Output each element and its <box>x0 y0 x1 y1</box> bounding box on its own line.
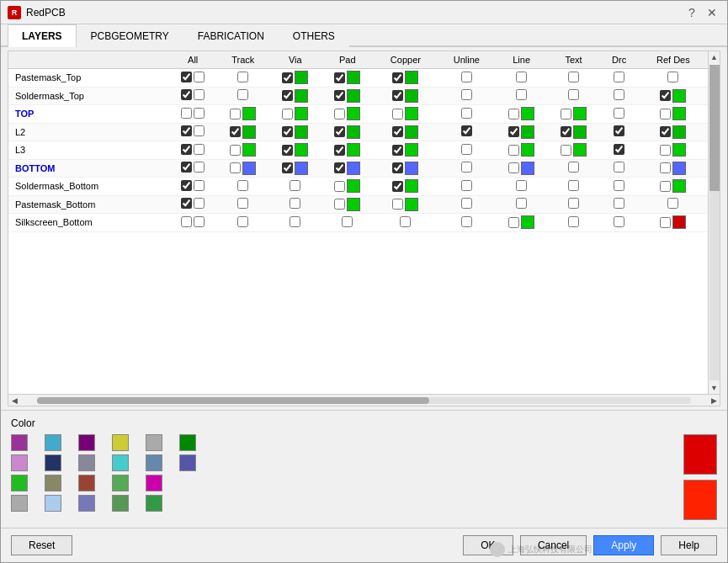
layer-checkbox[interactable] <box>614 72 624 82</box>
layer-checkbox[interactable] <box>667 198 678 209</box>
layer-checkbox[interactable] <box>660 90 671 101</box>
color-swatch[interactable] <box>521 107 534 120</box>
scroll-thumb-vertical[interactable] <box>709 65 720 191</box>
close-button[interactable]: ✕ <box>704 4 720 21</box>
color-picker-swatch[interactable] <box>45 495 61 512</box>
color-swatch[interactable] <box>672 125 686 139</box>
layer-checkbox[interactable] <box>461 89 472 100</box>
layer-checkbox[interactable] <box>516 180 527 191</box>
color-picker-swatch[interactable] <box>11 454 28 471</box>
color-swatch[interactable] <box>405 125 418 139</box>
layer-checkbox[interactable] <box>660 109 671 120</box>
color-picker-swatch[interactable] <box>112 475 129 491</box>
help-button[interactable]: ? <box>683 4 700 21</box>
layer-checkbox[interactable] <box>614 144 624 155</box>
color-picker-swatch[interactable] <box>45 475 61 491</box>
layer-checkbox[interactable] <box>568 180 579 191</box>
color-swatch[interactable] <box>347 107 360 120</box>
layer-checkbox[interactable] <box>237 216 248 227</box>
layer-checkbox[interactable] <box>334 72 345 83</box>
color-swatch[interactable] <box>573 143 587 157</box>
layer-checkbox[interactable] <box>461 125 472 136</box>
scroll-right-arrow[interactable]: ▶ <box>708 396 720 405</box>
color-swatch[interactable] <box>672 143 686 157</box>
layer-checkbox[interactable] <box>392 199 403 210</box>
layer-checkbox[interactable] <box>290 180 300 191</box>
color-swatch[interactable] <box>242 107 256 120</box>
layer-checkbox[interactable] <box>194 198 205 209</box>
layer-checkbox[interactable] <box>230 162 241 173</box>
color-swatch[interactable] <box>405 89 418 103</box>
layer-checkbox[interactable] <box>561 109 571 120</box>
layer-checkbox[interactable] <box>614 216 624 227</box>
layer-checkbox[interactable] <box>342 216 353 227</box>
color-swatch[interactable] <box>405 71 418 84</box>
layer-checkbox[interactable] <box>237 180 248 191</box>
layer-checkbox[interactable] <box>194 89 205 100</box>
tab-others[interactable]: OTHERS <box>279 24 349 47</box>
color-picker-swatch[interactable] <box>78 454 95 471</box>
color-picker-swatch[interactable] <box>11 475 28 491</box>
color-swatch[interactable] <box>521 143 534 157</box>
color-picker-swatch[interactable] <box>146 495 162 512</box>
layer-checkbox[interactable] <box>181 144 192 155</box>
layer-checkbox[interactable] <box>181 89 192 100</box>
reset-button[interactable]: Reset <box>11 535 72 555</box>
layer-checkbox[interactable] <box>181 198 192 209</box>
layer-checkbox[interactable] <box>461 198 472 209</box>
color-swatch[interactable] <box>521 215 534 229</box>
layer-checkbox[interactable] <box>290 216 300 227</box>
layer-checkbox[interactable] <box>516 198 527 209</box>
horizontal-scrollbar[interactable]: ◀ ▶ <box>8 394 720 406</box>
color-swatch[interactable] <box>347 198 360 211</box>
table-container[interactable]: All Track Via Pad Copper Unline Line Tex… <box>8 51 708 394</box>
color-picker-swatch[interactable] <box>11 495 28 512</box>
layer-checkbox[interactable] <box>614 180 624 191</box>
color-swatch[interactable] <box>672 179 686 193</box>
scroll-up-arrow[interactable]: ▲ <box>709 51 720 63</box>
layer-checkbox[interactable] <box>508 217 519 228</box>
layer-checkbox[interactable] <box>334 162 345 173</box>
color-swatch[interactable] <box>672 89 686 103</box>
color-picker-swatch[interactable] <box>112 434 129 451</box>
color-picker-swatch[interactable] <box>146 434 162 451</box>
layer-checkbox[interactable] <box>508 162 519 173</box>
layer-checkbox[interactable] <box>237 198 248 209</box>
layer-checkbox[interactable] <box>508 126 519 137</box>
layer-checkbox[interactable] <box>614 162 624 173</box>
tab-layers[interactable]: LAYERS <box>8 24 77 47</box>
layer-checkbox[interactable] <box>181 108 192 119</box>
layer-checkbox[interactable] <box>461 180 472 191</box>
color-picker-swatch[interactable] <box>11 434 28 451</box>
layer-checkbox[interactable] <box>614 108 624 119</box>
layer-checkbox[interactable] <box>181 125 192 136</box>
layer-checkbox[interactable] <box>400 216 411 227</box>
color-picker-swatch[interactable] <box>78 495 95 512</box>
layer-checkbox[interactable] <box>282 72 293 83</box>
layer-checkbox[interactable] <box>194 72 205 82</box>
color-swatch[interactable] <box>347 143 360 157</box>
layer-checkbox[interactable] <box>508 145 519 156</box>
color-picker-swatch[interactable] <box>112 454 129 471</box>
apply-button[interactable]: Apply <box>593 535 654 555</box>
color-swatch[interactable] <box>573 125 587 139</box>
vertical-scrollbar[interactable]: ▲ ▼ <box>708 51 720 394</box>
layer-checkbox[interactable] <box>508 109 519 120</box>
layer-checkbox[interactable] <box>334 145 345 156</box>
color-swatch[interactable] <box>672 107 686 120</box>
big-color-swatch[interactable] <box>683 434 717 475</box>
color-swatch[interactable] <box>573 107 587 120</box>
color-picker-swatch[interactable] <box>45 454 61 471</box>
layer-checkbox[interactable] <box>461 216 472 227</box>
tab-fabrication[interactable]: FABRICATION <box>183 24 279 47</box>
layer-checkbox[interactable] <box>614 198 624 209</box>
layer-checkbox[interactable] <box>392 162 403 173</box>
layer-checkbox[interactable] <box>181 162 192 173</box>
color-swatch[interactable] <box>521 162 534 175</box>
color-swatch[interactable] <box>672 162 686 175</box>
scroll-thumb-horizontal[interactable] <box>37 397 429 404</box>
layer-checkbox[interactable] <box>194 108 205 119</box>
layer-checkbox[interactable] <box>461 162 472 173</box>
layer-checkbox[interactable] <box>282 145 293 156</box>
layer-checkbox[interactable] <box>461 108 472 119</box>
